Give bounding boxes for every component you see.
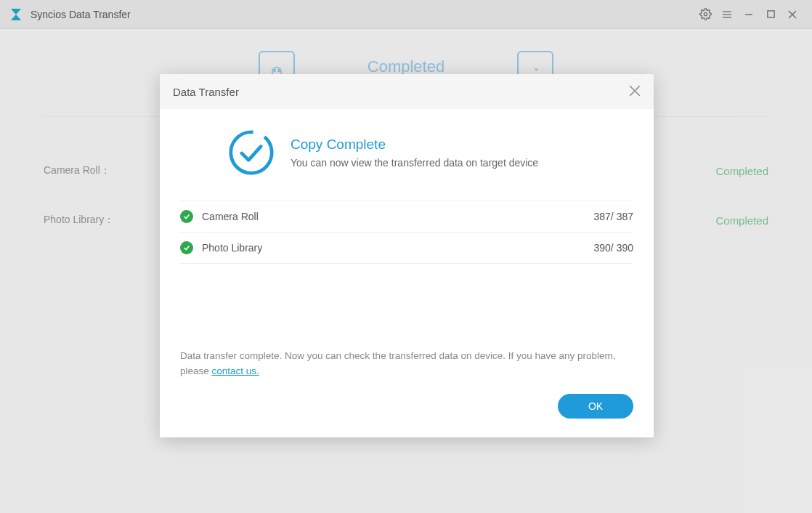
check-icon (180, 210, 193, 223)
modal-footer: OK (180, 394, 633, 437)
check-icon (180, 241, 193, 254)
transfer-list: Camera Roll 387/ 387 Photo Library 390/ … (180, 201, 633, 264)
svg-point-13 (228, 129, 275, 176)
contact-us-link[interactable]: contact us. (212, 365, 259, 376)
list-item: Photo Library 390/ 390 (180, 233, 633, 264)
result-heading: Copy Complete (291, 137, 538, 153)
close-icon[interactable] (629, 85, 641, 99)
modal-header: Data Transfer (160, 74, 654, 109)
ok-button[interactable]: OK (558, 394, 633, 419)
list-item: Camera Roll 387/ 387 (180, 201, 633, 233)
data-transfer-modal: Data Transfer Copy Complete You can now … (160, 74, 654, 437)
result-summary: Copy Complete You can now view the trans… (180, 129, 633, 176)
item-name: Camera Roll (202, 211, 594, 222)
success-checkmark-icon (228, 129, 275, 176)
modal-title: Data Transfer (173, 86, 239, 98)
footer-note: Data transfer complete. Now you can chec… (180, 348, 633, 379)
item-count: 390/ 390 (594, 242, 634, 254)
modal-body: Copy Complete You can now view the trans… (160, 109, 654, 437)
item-count: 387/ 387 (594, 211, 634, 222)
item-name: Photo Library (202, 242, 594, 254)
result-subtext: You can now view the transferred data on… (291, 157, 538, 169)
